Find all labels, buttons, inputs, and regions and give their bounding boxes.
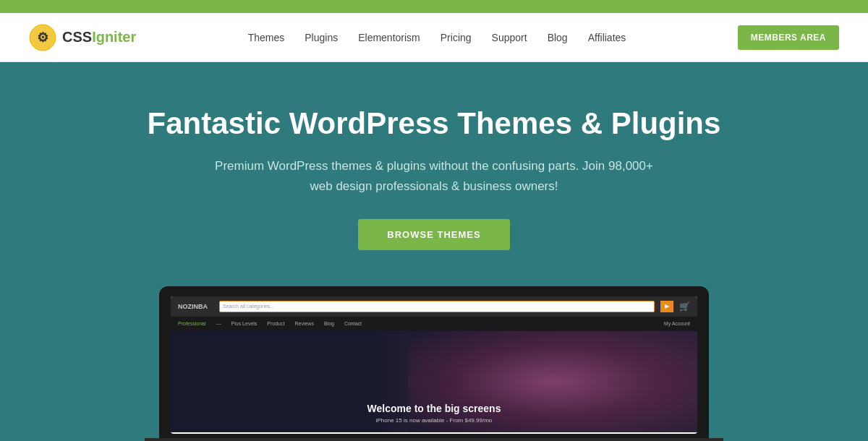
screen-nav-plus: Plus Levels bbox=[231, 321, 258, 326]
nav-pricing[interactable]: Pricing bbox=[441, 32, 472, 43]
logo-text: CSSIgniter bbox=[62, 29, 136, 46]
main-nav: Themes Plugins Elementorism Pricing Supp… bbox=[248, 31, 626, 44]
top-accent-bar bbox=[0, 0, 868, 13]
site-header: ⚙ CSSIgniter Themes Plugins Elementorism… bbox=[0, 13, 868, 62]
screen-account: My Account bbox=[664, 321, 690, 326]
screen-nav-product: Product bbox=[267, 321, 284, 326]
screen-nav-contact: Contact bbox=[344, 321, 362, 326]
browse-themes-button[interactable]: BROWSE THEMES bbox=[358, 219, 509, 250]
screen-hero-title: Welcome to the big screens bbox=[182, 403, 686, 414]
hero-subtitle: Premium WordPress themes & plugins witho… bbox=[210, 156, 658, 195]
screen-topbar: NOZINBA Search all categories... ▶ 🛒 bbox=[171, 296, 697, 317]
screen-hero: Welcome to the big screens iPhone 15 is … bbox=[171, 331, 697, 432]
laptop-mockup: NOZINBA Search all categories... ▶ 🛒 Pro… bbox=[159, 286, 709, 438]
laptop-screen: NOZINBA Search all categories... ▶ 🛒 Pro… bbox=[171, 296, 697, 434]
screen-search-placeholder: Search all categories... bbox=[223, 304, 274, 309]
screen-search-button: ▶ bbox=[660, 301, 673, 312]
screen-nav-professional: Professional bbox=[178, 321, 206, 326]
nav-blog[interactable]: Blog bbox=[548, 32, 568, 43]
svg-text:⚙: ⚙ bbox=[37, 30, 48, 45]
screen-search-bar: Search all categories... bbox=[219, 301, 655, 312]
logo[interactable]: ⚙ CSSIgniter bbox=[29, 24, 136, 51]
screen-logo-text: NOZINBA bbox=[178, 303, 208, 310]
hero-section: Fantastic WordPress Themes & Plugins Pre… bbox=[0, 62, 868, 441]
members-area-button[interactable]: MEMBERS AREA bbox=[738, 25, 839, 50]
logo-icon: ⚙ bbox=[29, 24, 56, 51]
screen-nav-blog: Blog bbox=[324, 321, 334, 326]
nav-support[interactable]: Support bbox=[492, 32, 527, 43]
laptop-base bbox=[145, 438, 723, 441]
screen-hero-subtitle: iPhone 15 is now available - From $49.99… bbox=[182, 417, 686, 424]
hero-title: Fantastic WordPress Themes & Plugins bbox=[148, 106, 721, 142]
nav-themes[interactable]: Themes bbox=[248, 32, 285, 43]
screen-nav-reviews: Reviews bbox=[294, 321, 313, 326]
nav-plugins[interactable]: Plugins bbox=[305, 32, 338, 43]
screen-hero-content: Welcome to the big screens iPhone 15 is … bbox=[182, 403, 686, 424]
nav-affiliates[interactable]: Affiliates bbox=[588, 32, 626, 43]
mockup-area: NOZINBA Search all categories... ▶ 🛒 Pro… bbox=[29, 286, 839, 438]
screen-nav-separator: --- bbox=[216, 321, 221, 326]
screen-cart-icon: 🛒 bbox=[679, 301, 690, 312]
screen-nav: Professional --- Plus Levels Product Rev… bbox=[171, 317, 697, 331]
nav-elementorism[interactable]: Elementorism bbox=[358, 32, 420, 43]
